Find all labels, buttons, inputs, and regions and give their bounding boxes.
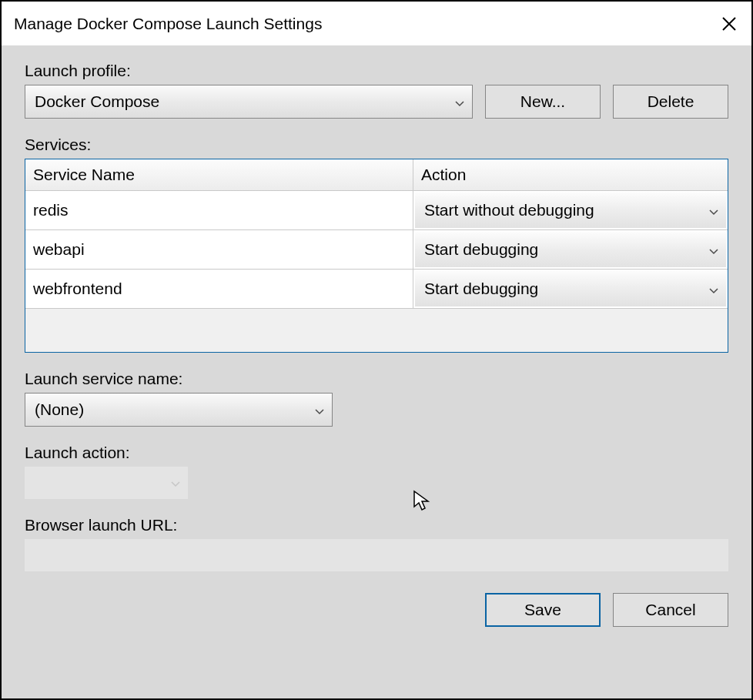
launch-profile-value: Docker Compose: [35, 92, 159, 111]
service-name-cell: webapi: [25, 230, 413, 269]
dialog-window: Manage Docker Compose Launch Settings La…: [0, 0, 753, 700]
launch-service-name-combo[interactable]: (None): [25, 393, 333, 427]
table-row: webapi Start debugging: [25, 230, 728, 270]
chevron-down-icon: [709, 280, 718, 298]
chevron-down-icon: [455, 92, 464, 111]
service-name-cell: webfrontend: [25, 270, 413, 308]
new-button[interactable]: New...: [485, 85, 601, 119]
service-action-cell: Start debugging: [413, 230, 728, 269]
cancel-button[interactable]: Cancel: [613, 593, 728, 627]
launch-profile-row: Docker Compose New... Delete: [25, 85, 728, 119]
browser-launch-url-input: [25, 539, 728, 571]
dialog-content: Launch profile: Docker Compose New... De…: [2, 46, 751, 698]
table-header: Service Name Action: [25, 159, 728, 191]
service-action-cell: Start without debugging: [413, 191, 728, 229]
services-label: Services:: [25, 136, 728, 154]
col-header-action[interactable]: Action: [413, 159, 728, 190]
save-button[interactable]: Save: [485, 593, 601, 627]
services-table: Service Name Action redis Start without …: [25, 159, 728, 353]
titlebar: Manage Docker Compose Launch Settings: [2, 2, 751, 46]
launch-profile-combo[interactable]: Docker Compose: [25, 85, 473, 119]
table-row: redis Start without debugging: [25, 191, 728, 230]
chevron-down-icon: [709, 240, 718, 259]
chevron-down-icon: [171, 474, 180, 491]
col-header-name[interactable]: Service Name: [25, 159, 413, 190]
dialog-footer: Save Cancel: [25, 571, 728, 627]
launch-profile-label: Launch profile:: [25, 62, 728, 80]
close-icon[interactable]: [721, 15, 738, 32]
launch-action-label: Launch action:: [25, 444, 728, 462]
service-action-combo[interactable]: Start without debugging: [415, 193, 726, 228]
launch-action-combo: [25, 467, 188, 499]
table-row: webfrontend Start debugging: [25, 270, 728, 309]
launch-service-name-label: Launch service name:: [25, 370, 728, 388]
delete-button[interactable]: Delete: [613, 85, 728, 119]
dialog-title: Manage Docker Compose Launch Settings: [14, 15, 322, 33]
service-action-cell: Start debugging: [413, 270, 728, 308]
service-name-cell: redis: [25, 191, 413, 229]
chevron-down-icon: [709, 201, 718, 219]
chevron-down-icon: [315, 400, 324, 419]
service-action-combo[interactable]: Start debugging: [415, 271, 726, 306]
browser-launch-url-label: Browser launch URL:: [25, 516, 728, 534]
service-action-combo[interactable]: Start debugging: [415, 232, 726, 267]
